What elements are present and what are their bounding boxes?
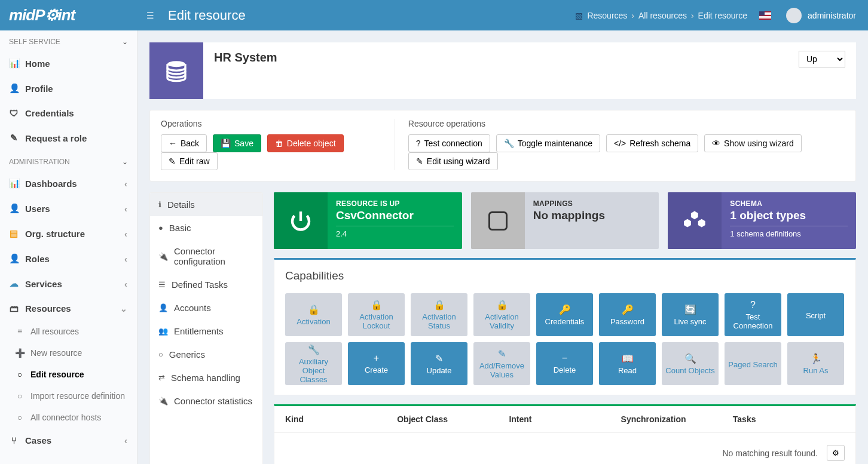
- sidebar-item[interactable]: 📊Home: [0, 51, 137, 76]
- show-wizard-button[interactable]: 👁Show using wizard: [704, 134, 802, 152]
- capability-tile[interactable]: 🔒Activation Validity: [473, 293, 530, 336]
- capability-tile[interactable]: 🔍Count Objects: [662, 342, 719, 385]
- capability-tile[interactable]: Script: [787, 293, 844, 336]
- tab-icon: ☰: [158, 280, 166, 289]
- capability-tile[interactable]: 🔄Live sync: [662, 293, 719, 336]
- capability-tile[interactable]: ✎Update: [411, 342, 467, 385]
- tab[interactable]: 🔌Connector configuration: [150, 239, 262, 273]
- refresh-schema-button[interactable]: </>Refresh schema: [606, 134, 698, 152]
- edit-wizard-button[interactable]: ✎Edit using wizard: [408, 152, 498, 170]
- save-button[interactable]: 💾Save: [213, 134, 261, 152]
- breadcrumb-link[interactable]: Resources: [587, 11, 627, 20]
- capability-tile[interactable]: 🔒Activation: [285, 293, 342, 336]
- capability-label: Run As: [803, 366, 829, 375]
- locale-flag-icon[interactable]: [759, 11, 771, 20]
- table-column-header[interactable]: Object Class: [397, 414, 509, 424]
- status-select[interactable]: Up: [799, 51, 845, 67]
- database-icon: 🗃: [9, 303, 19, 314]
- toggle-sidebar-icon[interactable]: ☰: [137, 2, 163, 29]
- sidebar-subitem[interactable]: ○Edit resource: [0, 364, 137, 385]
- tab-icon: 👥: [158, 327, 168, 336]
- capability-tile[interactable]: Paged Search: [725, 342, 781, 385]
- resource-header: HR System Up: [149, 42, 856, 99]
- capability-label: Test Connection: [727, 312, 779, 330]
- edit-raw-button[interactable]: ✎Edit raw: [161, 152, 218, 170]
- sidebar-item-label: Home: [25, 59, 50, 69]
- sidebar-item[interactable]: ☁Services: [0, 271, 137, 296]
- sidebar-subitem[interactable]: ○Import resource definition: [0, 385, 137, 407]
- table-column-header[interactable]: Kind: [285, 414, 397, 424]
- tab[interactable]: ☰Defined Tasks: [150, 273, 262, 296]
- sidebar-item[interactable]: ▤Org. structure: [0, 221, 137, 246]
- delete-button[interactable]: 🗑Delete object: [267, 134, 344, 152]
- toggle-maintenance-button[interactable]: 🔧Toggle maintenance: [496, 134, 600, 152]
- gauge-icon: 📊: [9, 58, 19, 69]
- database-icon: [149, 42, 203, 99]
- connector-status-card[interactable]: RESOURCE IS UP CsvConnector 2.4: [274, 192, 462, 249]
- table-column-header[interactable]: Intent: [509, 414, 621, 424]
- tab[interactable]: 👤Accounts: [150, 296, 262, 319]
- sidebar-subitem[interactable]: ≡All resources: [0, 321, 137, 342]
- capability-tile[interactable]: −Delete: [536, 342, 593, 385]
- tab-label: Connector configuration: [174, 246, 254, 266]
- capability-tile[interactable]: ?Test Connection: [725, 293, 781, 336]
- card-label: RESOURCE IS UP: [336, 199, 454, 208]
- capability-tile[interactable]: +Create: [348, 342, 405, 385]
- capability-tile[interactable]: 🔒Activation Status: [411, 293, 467, 336]
- table-column-header[interactable]: Tasks: [733, 414, 845, 424]
- sidebar-subitem-label: New resource: [30, 348, 82, 358]
- sidebar-subitem[interactable]: ➕New resource: [0, 342, 137, 364]
- capability-tile[interactable]: ✎Add/Remove Values: [473, 342, 530, 385]
- table-settings-button[interactable]: ⚙: [827, 445, 845, 461]
- sidebar-item-cases[interactable]: ⑂ Cases: [0, 428, 137, 453]
- tab[interactable]: ○Generics: [150, 343, 262, 366]
- test-connection-button[interactable]: ?Test connection: [408, 134, 490, 152]
- capability-label: Read: [618, 366, 637, 375]
- trash-icon: 🗑: [275, 139, 283, 148]
- capability-icon: ?: [750, 300, 756, 311]
- capability-tile[interactable]: 📖Read: [599, 342, 656, 385]
- user-avatar-icon[interactable]: [786, 8, 802, 23]
- sidebar-item[interactable]: 📊Dashboards: [0, 171, 137, 196]
- back-button[interactable]: ←Back: [161, 134, 207, 152]
- capability-icon: 🏃: [810, 353, 822, 364]
- capability-label: Add/Remove Values: [476, 361, 528, 379]
- tree-icon: ⑂: [9, 435, 19, 445]
- sidebar-item[interactable]: 👤Users: [0, 196, 137, 221]
- sidebar-section-self-service[interactable]: SELF SERVICE ⌄: [0, 30, 137, 51]
- app-logo[interactable]: midP⚙int: [0, 6, 137, 24]
- sidebar-subitem[interactable]: ○All connector hosts: [0, 407, 137, 428]
- capability-tile[interactable]: 🔑Credentials: [536, 293, 593, 336]
- sidebar-item[interactable]: 👤Roles: [0, 246, 137, 271]
- tab[interactable]: ℹDetails: [150, 193, 262, 216]
- breadcrumb-link[interactable]: Edit resource: [698, 11, 747, 20]
- tab[interactable]: 🔌Connector statistics: [150, 389, 262, 413]
- table-column-header[interactable]: Synchronization: [621, 414, 733, 424]
- chevron-icon: ›: [631, 11, 634, 20]
- capability-tile[interactable]: 🏃Run As: [787, 342, 844, 385]
- capability-tile[interactable]: 🔒Activation Lockout: [348, 293, 405, 336]
- capability-icon: 🔒: [308, 304, 320, 315]
- sidebar-item[interactable]: ✎Request a role: [0, 125, 137, 150]
- mappings-card[interactable]: MAPPINGS No mappings: [471, 192, 659, 249]
- sidebar-subitem-label: All resources: [30, 327, 79, 336]
- breadcrumb-link[interactable]: All resources: [638, 11, 687, 20]
- capability-tile[interactable]: 🔑Password: [599, 293, 656, 336]
- gear-icon: ⚙: [832, 448, 839, 457]
- tab[interactable]: ⇄Schema handling: [150, 366, 262, 389]
- sidebar-item[interactable]: 👤Profile: [0, 76, 137, 101]
- resource-icon: ▧: [575, 11, 583, 20]
- pencil-icon: ✎: [416, 156, 423, 166]
- username[interactable]: administrator: [808, 11, 856, 20]
- capability-tile[interactable]: 🔧Auxiliary Object Classes: [285, 342, 342, 385]
- sidebar-section-administration[interactable]: ADMINISTRATION ⌄: [0, 150, 137, 171]
- tab[interactable]: ●Basic: [150, 216, 262, 239]
- capability-icon: 🔍: [684, 353, 696, 364]
- tab-label: Basic: [169, 223, 191, 233]
- tab[interactable]: 👥Entitlements: [150, 319, 262, 343]
- schema-card[interactable]: SCHEMA 1 object types 1 schema definitio…: [668, 192, 856, 249]
- sidebar-item-resources[interactable]: 🗃 Resources: [0, 296, 137, 321]
- sidebar-section-label: SELF SERVICE: [9, 38, 60, 46]
- capability-label: Count Objects: [665, 366, 714, 375]
- sidebar-item[interactable]: 🛡Credentials: [0, 101, 137, 125]
